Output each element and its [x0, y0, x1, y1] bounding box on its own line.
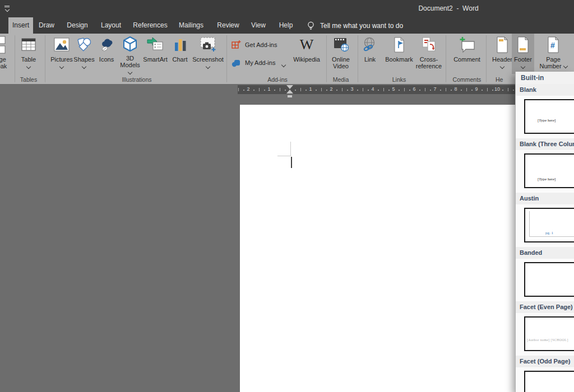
cross-reference-button[interactable]: Cross- reference — [412, 34, 446, 74]
tab-mailings[interactable]: Mailings — [177, 17, 206, 34]
preview-text: [Type here] — [538, 118, 556, 123]
group-label-tables: Tables — [6, 76, 51, 83]
chevron-down-icon — [500, 64, 504, 69]
chart-icon — [171, 34, 189, 56]
margin-corner-mark — [290, 142, 291, 156]
wikipedia-button[interactable]: W Wikipedia — [289, 34, 324, 74]
get-add-ins-button[interactable]: Get Add-ins — [231, 39, 277, 51]
chevron-down-icon — [521, 64, 525, 69]
group-label-media: Media — [318, 76, 363, 83]
gallery-item-heading-facet-even: Facet (Even Page) — [516, 301, 574, 313]
table-icon — [20, 34, 38, 56]
preview-text: [Type here] — [538, 177, 556, 181]
group-separator — [45, 35, 45, 82]
screenshot-button[interactable]: Screenshot — [190, 34, 226, 74]
tab-draw[interactable]: Draw — [35, 17, 58, 34]
shapes-icon — [75, 34, 93, 56]
gallery-item-heading-blank-three: Blank (Three Colum — [516, 138, 574, 150]
chart-button[interactable]: Chart — [169, 34, 191, 74]
gallery-item-banded[interactable] — [516, 259, 574, 301]
link-button[interactable]: Link — [360, 34, 379, 74]
table-button[interactable]: Table — [16, 34, 41, 74]
group-separator — [358, 35, 358, 82]
wikipedia-icon: W — [300, 34, 314, 56]
horizontal-ruler[interactable]: 211234567891011 — [238, 85, 516, 94]
gallery-item-facet-odd-page[interactable] — [516, 367, 574, 392]
bookmark-button[interactable]: Bookmark — [383, 34, 415, 74]
header-button[interactable]: Header — [490, 34, 515, 74]
chevron-down-icon[interactable] — [281, 63, 286, 67]
shapes-button[interactable]: Shapes — [72, 34, 96, 74]
group-separator — [486, 35, 487, 82]
tell-me-label: Tell me what you want to do — [320, 22, 403, 30]
document-page[interactable] — [240, 105, 516, 392]
gallery-item-austin[interactable]: pg. 1 — [516, 204, 574, 247]
tab-insert[interactable]: Insert — [8, 17, 33, 34]
group-label-illustrations: Illustrations — [114, 76, 159, 83]
tell-me-box[interactable]: Tell me what you want to do — [307, 17, 403, 34]
chevron-down-icon — [563, 64, 567, 68]
tab-design[interactable]: Design — [64, 17, 91, 34]
screenshot-icon — [198, 34, 217, 56]
pictures-icon — [53, 34, 71, 56]
link-icon — [361, 34, 379, 56]
gallery-item-blank-three-columns[interactable]: [Type here] — [516, 150, 574, 193]
footer-button[interactable]: Footer — [512, 34, 534, 74]
word-window: Document2 - Word Insert Draw Design Layo… — [0, 0, 574, 392]
icons-bird-icon — [98, 34, 115, 56]
gallery-item-heading-austin: Austin — [516, 193, 574, 204]
group-label-links: Links — [377, 76, 422, 83]
3d-cube-icon — [121, 34, 139, 55]
comment-icon — [457, 34, 476, 56]
chevron-down-icon — [82, 64, 86, 69]
page-break-button[interactable]: Page Break — [0, 34, 15, 74]
pictures-button[interactable]: Pictures — [48, 34, 75, 74]
group-label-comments: Comments — [445, 76, 489, 83]
smartart-icon — [146, 34, 165, 56]
smartart-button[interactable]: SmartArt — [140, 34, 170, 74]
tab-review[interactable]: Review — [215, 17, 241, 34]
group-separator — [226, 35, 227, 82]
preview-text: [Author name] [SCHOOL] — [527, 338, 568, 342]
gallery-item-heading-banded: Banded — [516, 247, 574, 259]
group-separator — [15, 35, 15, 82]
chevron-down-icon — [59, 64, 64, 69]
hanging-indent-marker[interactable] — [286, 90, 293, 94]
gallery-item-heading-facet-odd: Facet (Odd Page) — [516, 356, 574, 367]
online-video-icon — [332, 34, 350, 56]
gallery-item-facet-even-page[interactable]: [Author name] [SCHOOL] — [516, 313, 574, 356]
quick-access-toolbar-icon[interactable] — [4, 5, 10, 12]
header-icon — [494, 34, 511, 56]
svg-text:#: # — [550, 41, 555, 50]
text-cursor — [291, 157, 292, 168]
3d-models-button[interactable]: 3D Models — [118, 34, 142, 74]
group-label-header-footer: He — [496, 76, 512, 83]
comment-button[interactable]: Comment — [451, 34, 483, 74]
tab-view[interactable]: View — [248, 17, 269, 34]
get-add-ins-icon — [231, 40, 241, 50]
tab-help[interactable]: Help — [276, 17, 296, 34]
left-indent-marker[interactable] — [287, 95, 293, 98]
lightbulb-icon — [307, 21, 315, 31]
page-number-button[interactable]: # Page Number — [539, 34, 568, 74]
document-workspace: 211234567891011 — [0, 84, 574, 392]
gallery-item-heading-blank: Blank — [516, 84, 574, 96]
tab-layout[interactable]: Layout — [98, 17, 124, 34]
footer-gallery-dropdown: Built-in Blank [Type here] Blank (Three … — [515, 72, 574, 392]
window-title: Document2 - Word — [418, 4, 478, 12]
footer-icon — [515, 34, 531, 56]
first-line-indent-marker[interactable] — [286, 85, 293, 89]
gallery-item-blank[interactable]: [Type here] — [516, 96, 574, 138]
icons-button[interactable]: Icons — [96, 34, 117, 74]
group-label-addins: Add-ins — [255, 76, 300, 83]
page-break-icon — [0, 34, 7, 56]
title-bar: Document2 - Word — [0, 0, 574, 17]
my-add-ins-button[interactable]: My Add-ins — [231, 57, 275, 69]
my-add-ins-icon — [231, 58, 241, 68]
preview-text: pg. 1 — [545, 231, 553, 235]
tab-references[interactable]: References — [133, 17, 168, 34]
group-separator — [446, 35, 446, 82]
ribbon-tab-bar: Insert Draw Design Layout References Mai… — [0, 17, 574, 34]
online-video-button[interactable]: Online Video — [328, 34, 354, 74]
bookmark-icon — [390, 34, 408, 56]
